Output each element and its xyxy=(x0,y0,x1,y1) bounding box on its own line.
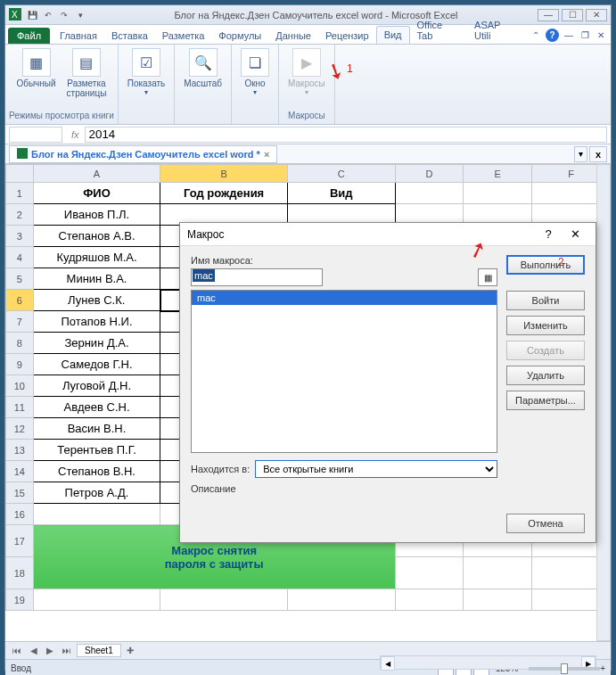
cell[interactable]: Иванов П.Л. xyxy=(33,204,160,226)
cell[interactable]: Петров А.Д. xyxy=(33,482,160,504)
row-header[interactable]: 10 xyxy=(6,375,34,397)
tab-asap[interactable]: ASAP Utili xyxy=(467,17,526,44)
cancel-button[interactable]: Отмена xyxy=(506,514,585,533)
redo-icon[interactable]: ↷ xyxy=(57,8,71,22)
close-all-icon[interactable]: x xyxy=(589,146,607,162)
tab-home[interactable]: Главная xyxy=(53,28,104,44)
row-header[interactable]: 1 xyxy=(6,183,34,204)
show-button[interactable]: ☑ Показать ▾ xyxy=(122,46,171,98)
row-header[interactable]: 19 xyxy=(6,589,34,611)
doc-close-icon[interactable]: ✕ xyxy=(595,29,607,42)
close-tab-icon[interactable]: × xyxy=(264,149,269,160)
row-header[interactable]: 17 xyxy=(6,525,34,557)
delete-button[interactable]: Удалить xyxy=(506,366,585,385)
cell[interactable]: Васин В.Н. xyxy=(33,418,160,440)
cell[interactable] xyxy=(287,589,395,611)
tab-view[interactable]: Вид xyxy=(376,26,410,44)
parameters-button[interactable]: Параметры... xyxy=(506,391,585,410)
edit-button[interactable]: Изменить xyxy=(506,316,585,335)
cell[interactable] xyxy=(395,557,464,589)
fx-icon[interactable]: fx xyxy=(66,129,85,140)
cell[interactable] xyxy=(464,557,532,589)
sheet-tab[interactable]: Sheet1 xyxy=(77,644,121,657)
dialog-help-icon[interactable]: ? xyxy=(535,226,562,243)
tab-layout[interactable]: Разметка xyxy=(155,28,212,44)
tab-first-icon[interactable]: ⏮ xyxy=(9,646,25,655)
macro-listbox[interactable]: mac xyxy=(191,290,497,453)
tab-formulas[interactable]: Формулы xyxy=(211,28,268,44)
cell[interactable]: Луговой Д.Н. xyxy=(33,375,160,397)
cell[interactable]: Вид xyxy=(287,183,395,204)
close-button[interactable]: ✕ xyxy=(586,9,607,21)
minimize-button[interactable]: — xyxy=(538,9,559,21)
row-header[interactable]: 9 xyxy=(6,354,34,375)
tab-officetab[interactable]: Office Tab xyxy=(410,17,468,44)
window-button[interactable]: ❏ Окно ▾ xyxy=(235,46,275,98)
cell[interactable]: Лунев С.К. xyxy=(33,290,160,311)
row-header[interactable]: 14 xyxy=(6,461,34,482)
zoom-in-icon[interactable]: + xyxy=(600,663,605,673)
select-all-corner[interactable] xyxy=(6,165,34,183)
row-header[interactable]: 12 xyxy=(6,418,34,440)
zoom-button[interactable]: 🔍 Масштаб xyxy=(178,46,227,90)
tab-insert[interactable]: Вставка xyxy=(104,28,155,44)
cell[interactable]: Авдеев С.Н. xyxy=(33,397,160,418)
cell[interactable]: ФИО xyxy=(33,183,160,204)
col-header[interactable]: C xyxy=(287,165,395,183)
help-icon[interactable]: ? xyxy=(546,29,559,42)
page-layout-button[interactable]: ▤ Разметка страницы xyxy=(62,46,112,100)
macro-list-item[interactable]: mac xyxy=(192,291,497,305)
zoom-slider[interactable] xyxy=(529,667,600,671)
macros-button[interactable]: ▶ Макросы ▾ xyxy=(283,46,331,98)
vertical-scrollbar[interactable] xyxy=(596,164,611,641)
name-box[interactable] xyxy=(9,127,62,143)
tab-dropdown-icon[interactable]: ▾ xyxy=(574,146,587,162)
step-into-button[interactable]: Войти xyxy=(506,291,585,310)
cell[interactable] xyxy=(464,183,532,204)
ribbon-minimize-icon[interactable]: ⌃ xyxy=(530,29,542,42)
cell[interactable]: Год рождения xyxy=(160,183,288,204)
doc-restore-icon[interactable]: ❐ xyxy=(579,29,591,42)
dialog-titlebar[interactable]: Макрос ? ✕ xyxy=(180,223,595,246)
cell[interactable] xyxy=(395,183,464,204)
cell[interactable] xyxy=(395,589,464,611)
col-header[interactable]: B xyxy=(160,165,288,183)
row-header[interactable]: 8 xyxy=(6,333,34,354)
row-header[interactable]: 16 xyxy=(6,504,34,525)
row-header[interactable]: 7 xyxy=(6,311,34,333)
cell[interactable] xyxy=(33,504,160,525)
row-header[interactable]: 15 xyxy=(6,482,34,504)
tab-last-icon[interactable]: ⏭ xyxy=(59,646,75,655)
cell[interactable]: Потапов Н.И. xyxy=(33,311,160,333)
row-header[interactable]: 13 xyxy=(6,440,34,461)
row-header[interactable]: 4 xyxy=(6,247,34,268)
cell[interactable] xyxy=(160,589,288,611)
cell[interactable] xyxy=(33,589,160,611)
row-header[interactable]: 6 xyxy=(6,290,34,311)
row-header[interactable]: 3 xyxy=(6,226,34,247)
doc-minimize-icon[interactable]: — xyxy=(563,29,575,42)
located-in-select[interactable]: Все открытые книги xyxy=(255,460,497,478)
cell[interactable]: Кудряшов М.А. xyxy=(33,247,160,268)
col-header[interactable]: A xyxy=(33,165,160,183)
tab-data[interactable]: Данные xyxy=(268,28,318,44)
new-sheet-icon[interactable]: ✚ xyxy=(123,646,137,655)
scroll-left-icon[interactable]: ◀ xyxy=(381,656,395,671)
row-header[interactable]: 18 xyxy=(6,557,34,589)
cell[interactable] xyxy=(464,589,532,611)
row-header[interactable]: 5 xyxy=(6,268,34,290)
cell[interactable]: Терентьев П.Г. xyxy=(33,440,160,461)
undo-icon[interactable]: ↶ xyxy=(41,8,55,22)
col-header[interactable]: D xyxy=(395,165,464,183)
tab-review[interactable]: Рецензир xyxy=(318,28,376,44)
file-tab[interactable]: Файл xyxy=(8,28,50,44)
dialog-close-icon[interactable]: ✕ xyxy=(562,226,588,243)
tab-prev-icon[interactable]: ◀ xyxy=(27,646,41,655)
run-button[interactable]: Выполнить xyxy=(506,255,585,275)
row-header[interactable]: 2 xyxy=(6,204,34,226)
qat-dropdown-icon[interactable]: ▾ xyxy=(73,8,87,22)
cell[interactable]: Степанов А.В. xyxy=(33,226,160,247)
tab-next-icon[interactable]: ▶ xyxy=(43,646,57,655)
document-tab[interactable]: Блог на Яндекс.Дзен Самоучитель excel wo… xyxy=(9,145,277,163)
formula-input[interactable] xyxy=(85,127,607,143)
